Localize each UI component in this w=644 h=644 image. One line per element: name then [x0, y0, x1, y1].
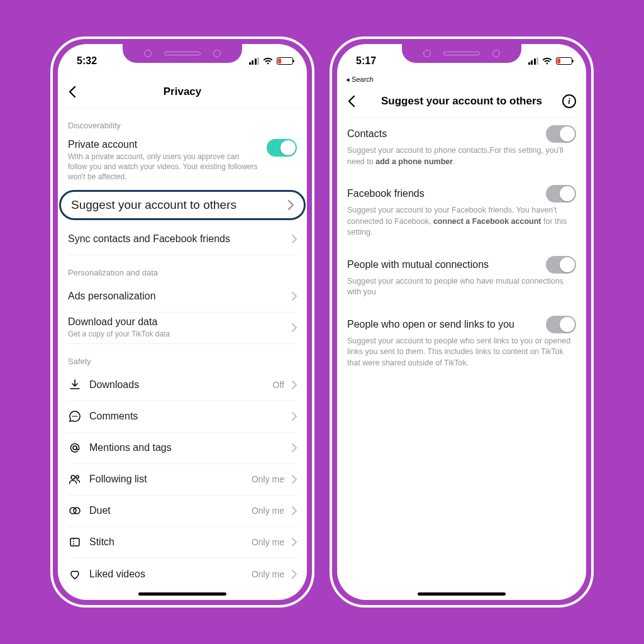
wifi-icon [542, 57, 552, 65]
option-subtitle: Suggest your account to people who have … [347, 276, 576, 298]
chevron-right-icon [288, 200, 294, 210]
chevron-right-icon [292, 570, 297, 579]
page-title: Suggest your account to others [337, 95, 586, 108]
row-value: Off [273, 380, 284, 390]
row-value: Only me [252, 506, 284, 516]
row-title: Downloads [89, 379, 265, 391]
row-sync-contacts[interactable]: Sync contacts and Facebook friends [68, 224, 297, 255]
row-stitch[interactable]: Stitch Only me [68, 527, 297, 558]
row-download-data[interactable]: Download your data Get a copy of your Ti… [68, 313, 297, 344]
row-following-list[interactable]: Following list Only me [68, 464, 297, 496]
status-time: 5:32 [77, 55, 97, 67]
chevron-right-icon [292, 475, 297, 484]
mutual-toggle[interactable] [546, 256, 576, 274]
people-icon [68, 472, 82, 486]
row-downloads[interactable]: Downloads Off [68, 370, 297, 401]
stitch-icon [68, 535, 82, 549]
row-value: Only me [252, 569, 284, 579]
phone-left: 5:32 Privacy Discoverability Private acc… [50, 36, 314, 608]
section-discoverability-label: Discoverability [68, 121, 297, 130]
contacts-toggle[interactable] [546, 125, 576, 143]
facebook-toggle[interactable] [546, 185, 576, 203]
row-ads-personalization[interactable]: Ads personalization [68, 281, 297, 313]
chevron-right-icon [292, 380, 297, 389]
option-title: People who open or send links to you [347, 319, 514, 330]
option-subtitle: Suggest your account to people who sent … [347, 336, 576, 369]
svg-point-0 [72, 416, 74, 417]
svg-point-7 [74, 508, 80, 514]
section-personalization-label: Personalization and data [68, 268, 297, 277]
wifi-icon [263, 57, 273, 65]
svg-point-3 [73, 446, 77, 450]
row-liked-videos[interactable]: Liked videos Only me [68, 558, 297, 590]
chevron-right-icon [292, 292, 297, 301]
row-title: Download your data [68, 316, 284, 328]
option-links: People who open or send links to you Sug… [347, 308, 576, 379]
phone-notch [402, 44, 521, 63]
row-comments[interactable]: Comments [68, 401, 297, 433]
row-title: Liked videos [89, 569, 244, 580]
row-mentions[interactable]: Mentions and tags [68, 433, 297, 464]
nav-bar: Privacy [58, 75, 307, 108]
phone-right: 5:17 ◂ Search Suggest your account to ot… [330, 36, 594, 608]
row-title: Private account [68, 139, 259, 150]
row-title: Duet [89, 505, 244, 516]
info-icon[interactable]: i [562, 94, 576, 108]
status-time: 5:17 [356, 55, 376, 67]
battery-icon [556, 57, 572, 65]
svg-point-2 [76, 416, 77, 417]
links-toggle[interactable] [546, 316, 576, 333]
phone-notch [123, 44, 242, 63]
heart-icon [68, 567, 82, 581]
svg-point-1 [74, 416, 75, 417]
option-subtitle: Suggest your account to your Facebook fr… [347, 205, 576, 238]
section-safety-label: Safety [68, 357, 297, 366]
row-title: Sync contacts and Facebook friends [68, 233, 284, 245]
duet-icon [68, 504, 82, 518]
cellular-icon [249, 57, 260, 65]
row-title: Mentions and tags [89, 442, 284, 453]
chevron-right-icon [292, 538, 297, 547]
battery-icon [277, 57, 293, 65]
option-title: Facebook friends [347, 188, 425, 199]
svg-rect-8 [70, 538, 79, 546]
row-private-account[interactable]: Private account With a private account, … [68, 134, 297, 186]
chevron-right-icon [292, 412, 297, 421]
row-duet[interactable]: Duet Only me [68, 496, 297, 527]
cellular-icon [528, 57, 539, 65]
option-title: Contacts [347, 128, 387, 140]
home-indicator[interactable] [418, 592, 506, 596]
row-suggest-account[interactable]: Suggest your account to others [59, 190, 306, 220]
row-value: Only me [252, 537, 284, 547]
home-indicator[interactable] [138, 592, 226, 596]
option-mutual: People with mutual connections Suggest y… [347, 248, 576, 308]
back-to-search[interactable]: ◂ Search [337, 75, 586, 85]
svg-point-4 [71, 475, 75, 479]
option-contacts: Contacts Suggest your account to phone c… [347, 118, 576, 177]
chevron-right-icon [292, 506, 297, 515]
page-title: Privacy [58, 86, 307, 98]
back-button[interactable] [68, 86, 86, 98]
at-icon [68, 441, 82, 455]
private-account-toggle[interactable] [267, 139, 297, 157]
chevron-right-icon [292, 323, 297, 332]
chevron-right-icon [292, 235, 297, 243]
chevron-right-icon [292, 443, 297, 452]
option-subtitle: Suggest your account to phone contacts.F… [347, 145, 576, 167]
option-title: People with mutual connections [347, 259, 489, 270]
svg-point-5 [76, 475, 79, 478]
option-facebook: Facebook friends Suggest your account to… [347, 177, 576, 248]
row-value: Only me [252, 474, 284, 484]
row-subtitle: Get a copy of your TikTok data [68, 329, 284, 339]
row-title: Comments [89, 411, 284, 422]
row-title: Suggest your account to others [71, 198, 280, 212]
back-button[interactable] [347, 95, 365, 108]
row-title: Stitch [89, 536, 244, 548]
nav-bar: Suggest your account to others i [337, 85, 586, 118]
row-title: Ads personalization [68, 291, 284, 302]
download-icon [68, 378, 82, 392]
row-subtitle: With a private account, only users you a… [68, 152, 259, 182]
comment-icon [68, 409, 82, 423]
row-title: Following list [89, 474, 244, 485]
